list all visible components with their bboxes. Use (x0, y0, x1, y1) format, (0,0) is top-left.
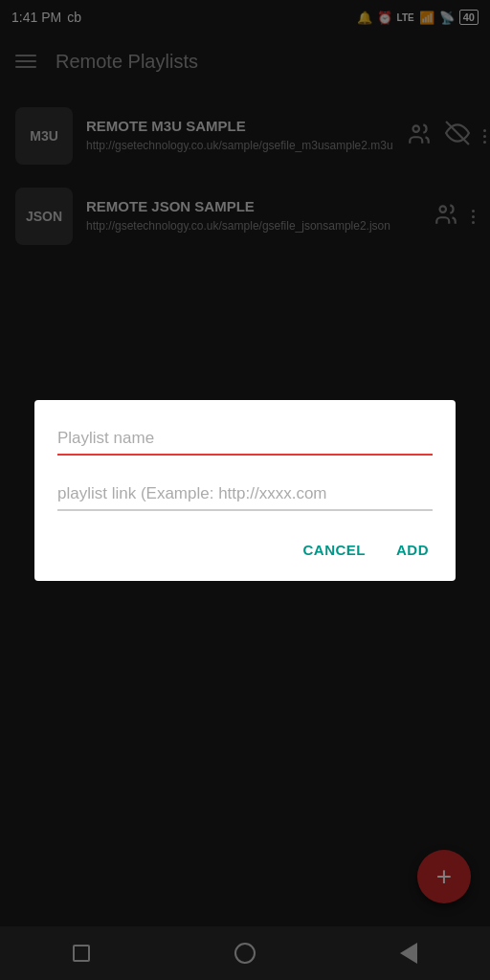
cancel-button[interactable]: CANCEL (300, 534, 370, 566)
link-field-container (57, 479, 433, 511)
add-playlist-dialog: CANCEL ADD (34, 400, 456, 581)
dialog-overlay: CANCEL ADD (0, 0, 490, 980)
dialog-actions: CANCEL ADD (57, 534, 433, 566)
playlist-name-input[interactable] (57, 423, 433, 456)
name-field-container (57, 423, 433, 456)
add-button[interactable]: ADD (392, 534, 433, 566)
playlist-link-input[interactable] (57, 479, 433, 511)
